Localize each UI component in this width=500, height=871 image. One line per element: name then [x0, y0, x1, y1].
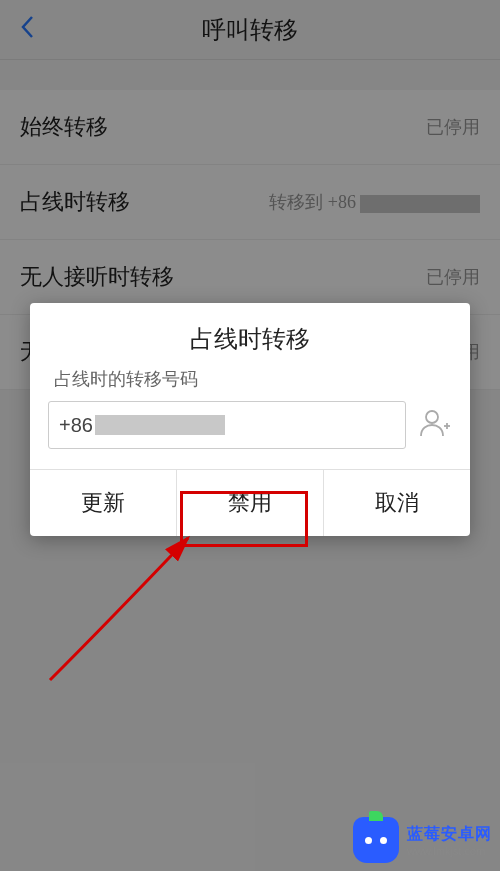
- cancel-button[interactable]: 取消: [323, 470, 470, 536]
- redacted-input-number: [95, 415, 225, 435]
- watermark-title: 蓝莓安卓网: [407, 824, 492, 845]
- disable-button[interactable]: 禁用: [176, 470, 323, 536]
- update-button[interactable]: 更新: [30, 470, 176, 536]
- watermark: 蓝莓安卓网 www.lmkjst.com: [353, 817, 492, 863]
- dialog-subtitle: 占线时的转移号码: [30, 367, 470, 401]
- forward-busy-dialog: 占线时转移 占线时的转移号码 +86 更新 禁用 取消: [30, 303, 470, 536]
- phone-number-input[interactable]: +86: [48, 401, 406, 449]
- phone-prefix: +86: [59, 414, 93, 437]
- watermark-text: 蓝莓安卓网 www.lmkjst.com: [407, 824, 492, 857]
- dialog-button-row: 更新 禁用 取消: [30, 469, 470, 536]
- add-contact-icon[interactable]: [418, 406, 452, 444]
- dialog-input-row: +86: [30, 401, 470, 469]
- dialog-title: 占线时转移: [30, 303, 470, 367]
- watermark-url: www.lmkjst.com: [407, 845, 492, 857]
- watermark-logo-icon: [353, 817, 399, 863]
- app-screen: 呼叫转移 始终转移 已停用 占线时转移 转移到 +86 无人接听时转移 已停用 …: [0, 0, 500, 871]
- svg-point-0: [426, 411, 438, 423]
